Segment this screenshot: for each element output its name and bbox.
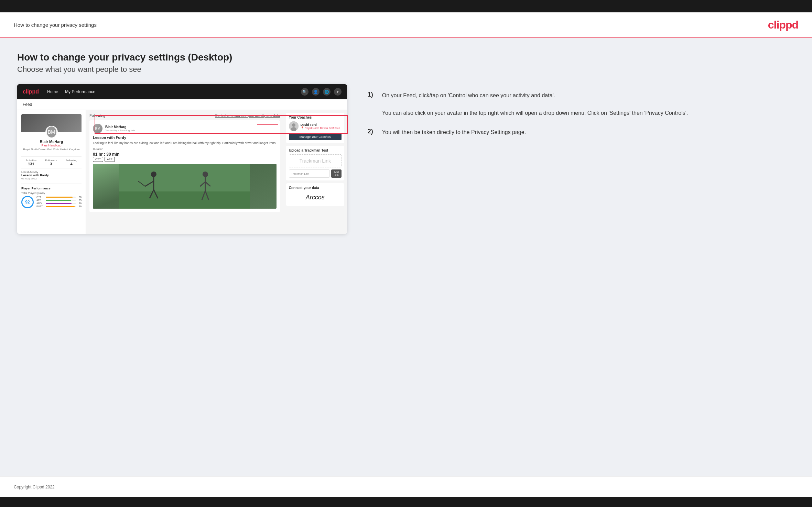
avatar-icon[interactable]: ▾ (334, 88, 342, 96)
screenshot-wrapper: clippd Home My Performance 🔍 👤 🌐 ▾ Feed (17, 84, 795, 234)
instructions-panel: 1) On your Feed, click/tap on 'Control w… (361, 84, 795, 147)
bar-ott-fill (46, 197, 73, 198)
following-dropdown[interactable]: Following ▼ (89, 113, 109, 118)
app-nav: clippd Home My Performance 🔍 👤 🌐 ▾ (17, 84, 347, 99)
bar-ott-label: OTT (36, 196, 45, 198)
bar-arg: ARG 86 (36, 202, 82, 205)
bar-arg-fill (46, 203, 72, 204)
coach-club: 📍 Royal North Devon Golf Club (301, 126, 340, 130)
stat-followers: Followers 3 (45, 159, 57, 166)
manage-coaches-button[interactable]: Manage Your Coaches (289, 133, 342, 140)
location-icon: 📍 (301, 126, 304, 130)
connect-data-card: Connect your data Arccos (286, 183, 344, 206)
instruction-2: 2) You will then be taken directly to th… (368, 128, 795, 137)
quality-label: Total Player Quality (21, 191, 82, 195)
stat-following-value: 4 (66, 162, 77, 166)
app-logo: clippd (23, 89, 39, 95)
nav-link-home[interactable]: Home (47, 89, 58, 94)
trackman-input[interactable] (289, 169, 330, 178)
coach-row: David Ford 📍 Royal North Devon Golf Club (289, 121, 342, 131)
app-nav-icons: 🔍 👤 🌐 ▾ (301, 88, 342, 96)
stat-following-label: Following (66, 159, 77, 162)
player-performance: Player Performance Total Player Quality … (21, 184, 82, 208)
profile-handicap: Plus Handicap (21, 144, 82, 147)
instruction-number-2: 2) (368, 128, 378, 137)
bar-arg-track (46, 203, 76, 204)
control-privacy-link[interactable]: Control who can see your activity and da… (215, 114, 280, 118)
connect-title: Connect your data (289, 186, 342, 190)
bar-putt-track (46, 206, 76, 207)
search-icon[interactable]: 🔍 (301, 88, 308, 96)
feed-image (93, 164, 277, 209)
feed-avatar-inner: BM (93, 124, 102, 133)
stat-activities-value: 131 (26, 162, 37, 166)
following-label: Following (89, 113, 105, 118)
app-sidebar: BM Blair McHarg Plus Handicap Royal Nort… (17, 110, 86, 234)
instruction-text-1: On your Feed, click/tap on 'Control who … (382, 91, 688, 118)
arccos-label: Arccos (289, 192, 342, 203)
bar-app-track (46, 200, 76, 201)
coach-info: David Ford 📍 Royal North Devon Golf Club (301, 123, 340, 130)
trackman-title: Upload a Trackman Test (289, 148, 342, 152)
feed-tab[interactable]: Feed (23, 102, 32, 107)
bar-putt-fill (46, 206, 75, 207)
trackman-input-row: Add Link (289, 169, 342, 178)
feed-duration-label: Duration (93, 147, 277, 151)
bar-app-value: 85 (77, 199, 82, 201)
instruction-number-1: 1) (368, 91, 378, 118)
bottom-bar (0, 497, 812, 507)
latest-label: Latest Activity (21, 170, 82, 174)
feed-duration-value: 01 hr : 30 min (93, 152, 277, 157)
latest-activity-date: 03 Aug 2022 (21, 177, 82, 180)
feed-tag-ott: OTT (93, 157, 103, 162)
profile-avatar-small: BM (45, 126, 58, 138)
bar-putt: PUTT 96 (36, 205, 82, 208)
feed-card-title: Lesson with Fordy (93, 135, 277, 140)
bar-ott-value: 90 (77, 196, 82, 198)
feed-tags: OTT APP (93, 157, 277, 162)
annotation-arrow (257, 124, 278, 125)
footer-copyright: Copyright Clippd 2022 (14, 485, 55, 489)
bar-app-label: APP (36, 199, 45, 201)
instruction-1: 1) On your Feed, click/tap on 'Control w… (368, 91, 795, 118)
stat-activities: Activities 131 (26, 159, 37, 166)
clippd-logo: clippd (768, 19, 798, 31)
svg-point-2 (151, 172, 156, 177)
page-subtitle: Choose what you want people to see (17, 65, 795, 74)
site-header: How to change your privacy settings clip… (0, 12, 812, 38)
feed-user-date: Yesterday · Sunningdale (105, 129, 135, 132)
app-subnav: Feed (17, 99, 347, 110)
trackman-card: Upload a Trackman Test Trackman Link Add… (286, 146, 344, 180)
instruction-text-2: You will then be taken directly to the P… (382, 128, 526, 137)
bar-putt-label: PUTT (36, 205, 45, 208)
coaches-title: Your Coaches (289, 115, 342, 119)
add-link-button[interactable]: Add Link (331, 169, 342, 178)
stat-activities-label: Activities (26, 159, 37, 162)
quality-content: 92 OTT 90 (21, 196, 82, 208)
coach-avatar (289, 121, 299, 131)
golf-image (93, 164, 277, 209)
quality-bars: OTT 90 APP (36, 196, 82, 208)
globe-icon[interactable]: 🌐 (323, 88, 331, 96)
avatar-circle: BM (46, 126, 57, 138)
svg-rect-1 (119, 191, 250, 209)
latest-activity-value: Lesson with Fordy (21, 174, 82, 177)
profile-name: Blair McHarg (21, 140, 82, 144)
nav-link-performance[interactable]: My Performance (65, 89, 95, 94)
quality-score: 92 (21, 196, 34, 208)
feed-card: BM Blair McHarg Yesterday · Sunningdale … (89, 120, 280, 212)
user-icon[interactable]: 👤 (312, 88, 320, 96)
app-body: BM Blair McHarg Plus Handicap Royal Nort… (17, 110, 347, 234)
page-title: How to change your privacy settings (Des… (17, 52, 795, 63)
profile-banner: BM (21, 114, 82, 132)
feed-card-desc: Looking to feel like my hands are exitin… (93, 141, 277, 145)
bar-arg-label: ARG (36, 202, 45, 205)
golf-scene-svg (93, 164, 277, 209)
feed-user-row: BM Blair McHarg Yesterday · Sunningdale (93, 124, 277, 133)
bar-ott-track (46, 197, 76, 198)
feed-tag-app: APP (105, 157, 115, 162)
main-content: How to change your privacy settings (Des… (0, 38, 812, 476)
stat-following: Following 4 (66, 159, 77, 166)
stat-followers-value: 3 (45, 162, 57, 166)
perf-title: Player Performance (21, 187, 82, 190)
